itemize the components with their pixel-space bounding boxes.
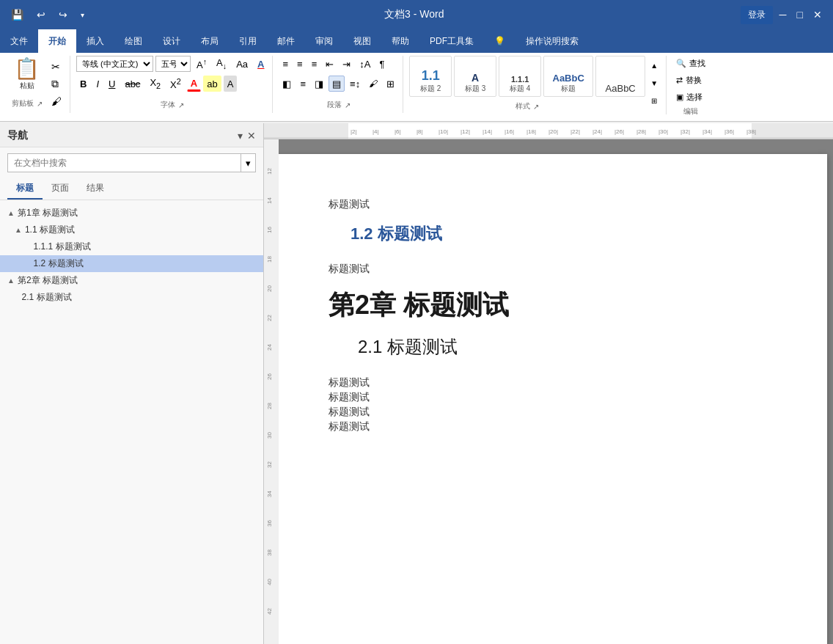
shading-button[interactable]: A [224,76,238,92]
nav-tab-headings[interactable]: 标题 [7,178,43,200]
menu-references[interactable]: 引用 [229,29,267,53]
restore-button[interactable]: □ [793,7,807,22]
svg-text:20: 20 [266,285,273,292]
nav-close-button[interactable]: ✕ [247,130,256,142]
line-spacing-button[interactable]: ≡↕ [346,76,364,92]
menu-file[interactable]: 文件 [0,29,38,53]
nav-tabs: 标题 页面 结果 [0,178,263,200]
menu-view[interactable]: 视图 [343,29,381,53]
save-button[interactable]: 💾 [7,7,27,22]
align-left-button[interactable]: ◧ [279,76,295,92]
menu-help[interactable]: 帮助 [381,29,419,53]
styles-up-button[interactable]: ▲ [647,57,661,73]
increase-indent-button[interactable]: ⇥ [339,56,354,72]
document-area[interactable]: 12 14 16 18 20 22 24 26 28 30 32 34 36 3… [264,139,833,644]
menu-draw[interactable]: 绘图 [114,29,153,53]
svg-text:|8|: |8| [416,128,423,135]
horizontal-ruler: |2| |4| |6| |8| |10| |12| |14| |16| |18|… [264,123,833,139]
clipboard-expand[interactable]: ↗ [37,100,43,108]
svg-text:|30|: |30| [658,128,668,135]
style-heading4[interactable]: 1.1.1 标题 4 [499,56,541,97]
underline-button[interactable]: U [105,76,119,92]
undo-button[interactable]: ↩ [33,7,49,22]
nav-tab-pages[interactable]: 页面 [43,178,78,200]
subscript-button[interactable]: X2 [146,76,164,92]
strikethrough-button[interactable]: abc [121,76,144,92]
svg-text:24: 24 [266,344,273,351]
menu-search[interactable]: 操作说明搜索 [515,29,589,53]
svg-text:|2|: |2| [351,128,357,135]
find-button[interactable]: 🔍 查找 [672,56,709,71]
menu-pdf[interactable]: PDF工具集 [419,29,484,53]
replace-button[interactable]: ⇄ 替换 [672,73,709,88]
style-heading3[interactable]: A 标题 3 [454,56,496,97]
nav-dropdown-button[interactable]: ▾ [238,130,243,142]
nav-tree-item-sec1-1[interactable]: ▲ 1.1 标题测试 [0,222,263,238]
show-marks-button[interactable]: ¶ [375,56,388,72]
svg-text:|28|: |28| [636,128,646,135]
copy-button[interactable]: ⧉ [48,76,65,92]
style-no-spacing[interactable]: AaBbC [595,56,645,97]
nav-tree-item-sec1-2[interactable]: 1.2 标题测试 [0,255,263,272]
paragraph-expand[interactable]: ↗ [345,101,351,109]
nav-tree-item-sec1-1-1[interactable]: 1.1.1 标题测试 [0,238,263,255]
center-button[interactable]: ≡ [296,76,309,92]
align-right-button[interactable]: ◨ [311,76,327,92]
svg-text:|14|: |14| [482,128,492,135]
close-button[interactable]: ✕ [810,7,826,22]
menu-mail[interactable]: 邮件 [267,29,305,53]
login-button[interactable]: 登录 [741,6,773,24]
doc-para-4: 标题测试 [329,391,768,404]
qat-dropdown-button[interactable]: ▾ [77,10,88,21]
superscript-button[interactable]: X2 [166,76,185,92]
bold-button[interactable]: B [76,76,90,92]
nav-tree-item-sec2-1[interactable]: 2.1 标题测试 [0,289,263,306]
style-heading1-preview[interactable]: AaBbC 标题 [543,56,593,97]
sort-button[interactable]: ↕A [356,56,374,72]
bullets-button[interactable]: ≡ [279,56,292,72]
multilevel-list-button[interactable]: ≡ [308,56,321,72]
styles-more-button[interactable]: ⊞ [647,92,661,109]
styles-expand[interactable]: ↗ [533,103,539,111]
italic-button[interactable]: I [92,76,103,92]
minimize-button[interactable]: ─ [776,7,790,22]
font-name-select[interactable]: 等线 (中文正文) [76,56,153,72]
menu-insert[interactable]: 插入 [76,29,114,53]
doc-heading-1-2: 1.2 标题测试 [329,223,768,245]
nav-search-button[interactable]: ▾ [241,153,256,172]
borders-button[interactable]: ⊞ [383,76,398,92]
menu-layout[interactable]: 布局 [191,29,229,53]
justify-button[interactable]: ▤ [329,76,345,92]
change-case-button[interactable]: Aa [232,56,252,72]
highlight-button[interactable]: ab [203,76,221,92]
menu-home[interactable]: 开始 [38,29,76,53]
font-color-button[interactable]: A [187,76,201,92]
styles-down-button[interactable]: ▼ [647,75,661,91]
clear-format-button[interactable]: A [254,56,268,72]
menu-bulb[interactable]: 💡 [484,29,515,53]
redo-button[interactable]: ↪ [55,7,71,22]
paste-button[interactable]: 📋 粘贴 [9,56,45,94]
grow-font-button[interactable]: A↑ [193,56,210,72]
style-heading2[interactable]: 1.1 标题 2 [409,56,452,97]
shrink-font-button[interactable]: A↓ [213,56,230,72]
decrease-indent-button[interactable]: ⇤ [322,56,337,72]
select-button[interactable]: ▣ 选择 [672,89,709,105]
quick-access-toolbar: 💾 ↩ ↪ ▾ [7,7,88,22]
numbering-button[interactable]: ≡ [293,56,307,72]
nav-search-input[interactable] [7,153,241,172]
nav-tree-item-ch1[interactable]: ▲ 第1章 标题测试 [0,205,263,222]
svg-text:|38|: |38| [746,128,756,135]
font-format-row: B I U abc X2 X2 A ab A [76,76,268,92]
font-expand[interactable]: ↗ [178,101,184,109]
menu-design[interactable]: 设计 [153,29,191,53]
nav-tree-item-ch2[interactable]: ▲ 第2章 标题测试 [0,272,263,289]
cut-button[interactable]: ✂ [48,59,65,75]
format-painter-button[interactable]: 🖌 [48,93,65,109]
styles-scroll: ▲ ▼ ⊞ [647,57,661,109]
shading-para-button[interactable]: 🖌 [365,76,381,92]
nav-tab-results[interactable]: 结果 [78,178,113,200]
document-page[interactable]: 标题测试 1.2 标题测试 标题测试 第2章 标题测试 2.1 标题测试 标题测… [270,154,827,644]
font-size-select[interactable]: 五号 [155,56,191,72]
menu-review[interactable]: 审阅 [305,29,343,53]
